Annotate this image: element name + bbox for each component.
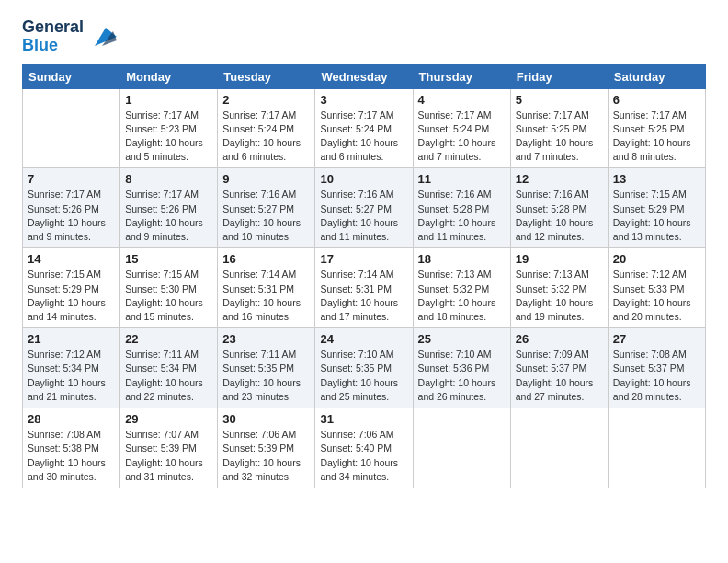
day-number: 20 xyxy=(613,252,700,266)
day-info: Sunrise: 7:17 AMSunset: 5:24 PMDaylight:… xyxy=(418,109,506,165)
day-number: 26 xyxy=(516,332,603,346)
calendar-cell: 29Sunrise: 7:07 AMSunset: 5:39 PMDayligh… xyxy=(120,408,218,488)
day-info: Sunrise: 7:13 AMSunset: 5:32 PMDaylight:… xyxy=(516,268,603,324)
calendar-cell: 10Sunrise: 7:16 AMSunset: 5:27 PMDayligh… xyxy=(315,168,413,248)
weekday-header-thursday: Thursday xyxy=(413,64,510,88)
header: GeneralBlue xyxy=(22,18,706,55)
day-info: Sunrise: 7:17 AMSunset: 5:25 PMDaylight:… xyxy=(613,109,700,165)
day-info: Sunrise: 7:16 AMSunset: 5:28 PMDaylight:… xyxy=(418,188,506,244)
calendar-cell: 28Sunrise: 7:08 AMSunset: 5:38 PMDayligh… xyxy=(23,408,120,488)
day-info: Sunrise: 7:12 AMSunset: 5:34 PMDaylight:… xyxy=(28,348,115,404)
calendar-cell: 6Sunrise: 7:17 AMSunset: 5:25 PMDaylight… xyxy=(608,88,705,168)
day-number: 22 xyxy=(125,332,212,346)
calendar-cell: 22Sunrise: 7:11 AMSunset: 5:34 PMDayligh… xyxy=(120,328,218,408)
day-info: Sunrise: 7:11 AMSunset: 5:34 PMDaylight:… xyxy=(125,348,212,404)
day-info: Sunrise: 7:08 AMSunset: 5:38 PMDaylight:… xyxy=(28,428,115,484)
day-info: Sunrise: 7:12 AMSunset: 5:33 PMDaylight:… xyxy=(613,268,700,324)
day-number: 28 xyxy=(28,412,115,426)
calendar-cell: 3Sunrise: 7:17 AMSunset: 5:24 PMDaylight… xyxy=(315,88,413,168)
calendar-cell: 20Sunrise: 7:12 AMSunset: 5:33 PMDayligh… xyxy=(608,248,705,328)
day-info: Sunrise: 7:06 AMSunset: 5:40 PMDaylight:… xyxy=(320,428,407,484)
weekday-header-tuesday: Tuesday xyxy=(218,64,315,88)
day-info: Sunrise: 7:17 AMSunset: 5:26 PMDaylight:… xyxy=(28,188,115,244)
day-info: Sunrise: 7:14 AMSunset: 5:31 PMDaylight:… xyxy=(320,268,407,324)
calendar-cell: 27Sunrise: 7:08 AMSunset: 5:37 PMDayligh… xyxy=(608,328,705,408)
day-number: 10 xyxy=(320,172,407,186)
day-number: 12 xyxy=(516,172,603,186)
calendar-cell: 12Sunrise: 7:16 AMSunset: 5:28 PMDayligh… xyxy=(510,168,608,248)
day-info: Sunrise: 7:15 AMSunset: 5:29 PMDaylight:… xyxy=(613,188,700,244)
day-info: Sunrise: 7:16 AMSunset: 5:28 PMDaylight:… xyxy=(516,188,603,244)
day-info: Sunrise: 7:11 AMSunset: 5:35 PMDaylight:… xyxy=(222,348,310,404)
weekday-header-saturday: Saturday xyxy=(608,64,705,88)
calendar-cell: 9Sunrise: 7:16 AMSunset: 5:27 PMDaylight… xyxy=(218,168,315,248)
calendar-cell: 17Sunrise: 7:14 AMSunset: 5:31 PMDayligh… xyxy=(315,248,413,328)
day-info: Sunrise: 7:07 AMSunset: 5:39 PMDaylight:… xyxy=(125,428,212,484)
calendar-cell: 11Sunrise: 7:16 AMSunset: 5:28 PMDayligh… xyxy=(413,168,510,248)
day-number: 8 xyxy=(125,172,212,186)
day-info: Sunrise: 7:16 AMSunset: 5:27 PMDaylight:… xyxy=(320,188,407,244)
day-number: 21 xyxy=(28,332,115,346)
day-number: 4 xyxy=(418,93,506,107)
calendar-week-row: 1Sunrise: 7:17 AMSunset: 5:23 PMDaylight… xyxy=(23,88,706,168)
day-number: 5 xyxy=(516,93,603,107)
calendar-week-row: 14Sunrise: 7:15 AMSunset: 5:29 PMDayligh… xyxy=(23,248,706,328)
calendar-week-row: 21Sunrise: 7:12 AMSunset: 5:34 PMDayligh… xyxy=(23,328,706,408)
calendar-cell: 25Sunrise: 7:10 AMSunset: 5:36 PMDayligh… xyxy=(413,328,510,408)
calendar-week-row: 28Sunrise: 7:08 AMSunset: 5:38 PMDayligh… xyxy=(23,408,706,488)
day-info: Sunrise: 7:17 AMSunset: 5:24 PMDaylight:… xyxy=(320,109,407,165)
logo-icon xyxy=(87,24,117,50)
calendar-table: SundayMondayTuesdayWednesdayThursdayFrid… xyxy=(22,64,706,488)
day-number: 17 xyxy=(320,252,407,266)
day-info: Sunrise: 7:10 AMSunset: 5:35 PMDaylight:… xyxy=(320,348,407,404)
calendar-cell: 31Sunrise: 7:06 AMSunset: 5:40 PMDayligh… xyxy=(315,408,413,488)
weekday-header-monday: Monday xyxy=(120,64,218,88)
day-info: Sunrise: 7:17 AMSunset: 5:25 PMDaylight:… xyxy=(516,109,603,165)
day-number: 15 xyxy=(125,252,212,266)
calendar-cell: 2Sunrise: 7:17 AMSunset: 5:24 PMDaylight… xyxy=(218,88,315,168)
logo-text: GeneralBlue xyxy=(22,18,84,55)
weekday-header-sunday: Sunday xyxy=(23,64,120,88)
day-info: Sunrise: 7:14 AMSunset: 5:31 PMDaylight:… xyxy=(222,268,310,324)
day-info: Sunrise: 7:08 AMSunset: 5:37 PMDaylight:… xyxy=(613,348,700,404)
calendar-cell xyxy=(413,408,510,488)
day-number: 24 xyxy=(320,332,407,346)
calendar-cell: 5Sunrise: 7:17 AMSunset: 5:25 PMDaylight… xyxy=(510,88,608,168)
day-info: Sunrise: 7:10 AMSunset: 5:36 PMDaylight:… xyxy=(418,348,506,404)
day-number: 30 xyxy=(222,412,310,426)
day-info: Sunrise: 7:17 AMSunset: 5:23 PMDaylight:… xyxy=(125,109,212,165)
day-number: 19 xyxy=(516,252,603,266)
day-number: 25 xyxy=(418,332,506,346)
calendar-week-row: 7Sunrise: 7:17 AMSunset: 5:26 PMDaylight… xyxy=(23,168,706,248)
calendar-cell: 13Sunrise: 7:15 AMSunset: 5:29 PMDayligh… xyxy=(608,168,705,248)
day-info: Sunrise: 7:17 AMSunset: 5:26 PMDaylight:… xyxy=(125,188,212,244)
day-info: Sunrise: 7:13 AMSunset: 5:32 PMDaylight:… xyxy=(418,268,506,324)
day-info: Sunrise: 7:16 AMSunset: 5:27 PMDaylight:… xyxy=(222,188,310,244)
calendar-cell: 21Sunrise: 7:12 AMSunset: 5:34 PMDayligh… xyxy=(23,328,120,408)
day-number: 31 xyxy=(320,412,407,426)
day-number: 7 xyxy=(28,172,115,186)
day-number: 29 xyxy=(125,412,212,426)
day-info: Sunrise: 7:15 AMSunset: 5:29 PMDaylight:… xyxy=(28,268,115,324)
day-info: Sunrise: 7:15 AMSunset: 5:30 PMDaylight:… xyxy=(125,268,212,324)
day-number: 9 xyxy=(222,172,310,186)
calendar-cell: 1Sunrise: 7:17 AMSunset: 5:23 PMDaylight… xyxy=(120,88,218,168)
calendar-cell: 26Sunrise: 7:09 AMSunset: 5:37 PMDayligh… xyxy=(510,328,608,408)
day-number: 14 xyxy=(28,252,115,266)
day-number: 2 xyxy=(222,93,310,107)
calendar-cell: 15Sunrise: 7:15 AMSunset: 5:30 PMDayligh… xyxy=(120,248,218,328)
calendar-cell: 23Sunrise: 7:11 AMSunset: 5:35 PMDayligh… xyxy=(218,328,315,408)
day-number: 27 xyxy=(613,332,700,346)
day-number: 16 xyxy=(222,252,310,266)
calendar-cell: 8Sunrise: 7:17 AMSunset: 5:26 PMDaylight… xyxy=(120,168,218,248)
day-info: Sunrise: 7:17 AMSunset: 5:24 PMDaylight:… xyxy=(222,109,310,165)
calendar-cell xyxy=(510,408,608,488)
day-info: Sunrise: 7:06 AMSunset: 5:39 PMDaylight:… xyxy=(222,428,310,484)
weekday-header-wednesday: Wednesday xyxy=(315,64,413,88)
day-number: 18 xyxy=(418,252,506,266)
day-number: 6 xyxy=(613,93,700,107)
calendar-cell: 30Sunrise: 7:06 AMSunset: 5:39 PMDayligh… xyxy=(218,408,315,488)
day-number: 13 xyxy=(613,172,700,186)
calendar-cell: 7Sunrise: 7:17 AMSunset: 5:26 PMDaylight… xyxy=(23,168,120,248)
calendar-cell: 14Sunrise: 7:15 AMSunset: 5:29 PMDayligh… xyxy=(23,248,120,328)
